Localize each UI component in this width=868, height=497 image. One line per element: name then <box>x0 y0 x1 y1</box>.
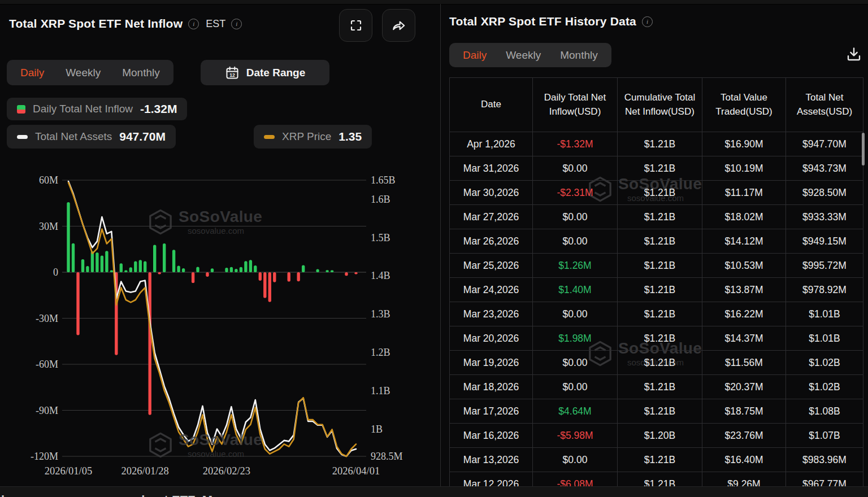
svg-text:-30M: -30M <box>36 313 58 324</box>
table-cell: $1.21B <box>618 326 702 351</box>
table-cell: -$1.32M <box>533 132 618 156</box>
calendar-icon: 12 <box>225 66 240 80</box>
table-cell: $1.20B <box>618 424 702 448</box>
table-cell: Mar 30,2026 <box>450 181 533 205</box>
history-table: DateDaily Total Net Inflow(USD)Cumulativ… <box>449 77 863 496</box>
svg-text:2026/02/23: 2026/02/23 <box>203 465 250 477</box>
table-row: Mar 17,2026$4.64M$1.21B$18.75M$1.08B <box>450 399 863 424</box>
table-cell: $1.21B <box>618 302 702 326</box>
inflow-chart[interactable]: 60M30M0-30M-60M-90M-120M1.65B1.6B1.5B1.4… <box>0 163 440 491</box>
bar-series-icon <box>17 105 25 114</box>
table-row: Mar 27,2026$0.00$1.21B$18.02M$933.33M <box>450 205 863 229</box>
share-button[interactable] <box>382 9 415 42</box>
table-cell: -$2.31M <box>533 181 618 205</box>
table-cell: $0.00 <box>533 351 618 375</box>
table-cell: $1.40M <box>533 278 618 302</box>
svg-text:1.3B: 1.3B <box>371 308 390 320</box>
share-icon <box>392 18 406 33</box>
table-row: Mar 26,2026$0.00$1.21B$14.12M$949.15M <box>450 229 863 254</box>
legend-xrp-price[interactable]: XRP Price 1.35 <box>254 125 372 149</box>
table-cell: $0.00 <box>533 229 618 254</box>
table-cell: $18.02M <box>702 205 786 229</box>
table-cell: $1.02B <box>786 351 863 375</box>
table-cell: $4.64M <box>533 399 618 424</box>
table-cell: $0.00 <box>533 156 618 181</box>
table-row: Mar 18,2026$0.00$1.21B$20.37M$1.02B <box>450 375 863 399</box>
table-cell: $20.37M <box>702 375 786 399</box>
table-cell: Mar 25,2026 <box>450 254 533 278</box>
fullscreen-icon <box>349 19 363 32</box>
tab-daily[interactable]: Daily <box>20 67 44 79</box>
table-panel-title: Total XRP Spot ETF History Data <box>449 15 636 28</box>
date-range-button[interactable]: 12 Date Range <box>201 60 329 85</box>
table-cell: $11.56M <box>702 351 786 375</box>
table-cell: $23.76M <box>702 424 786 448</box>
tab-weekly[interactable]: Weekly <box>66 67 101 79</box>
svg-text:2026/01/05: 2026/01/05 <box>45 465 92 477</box>
table-cell: Mar 23,2026 <box>450 302 533 326</box>
net-inflow-chart-panel: Total XRP Spot ETF Net Inflow i EST i Da… <box>0 4 440 497</box>
table-cell: $1.21B <box>618 278 702 302</box>
info-icon[interactable]: i <box>231 19 242 29</box>
table-cell: $1.21B <box>618 132 702 156</box>
date-range-label: Date Range <box>246 67 306 79</box>
assets-line-icon <box>17 135 28 139</box>
clipped-text-fragment: about ETF M <box>134 493 212 497</box>
column-header: Total Value Traded(USD) <box>702 78 786 132</box>
table-cell: $933.33M <box>786 205 863 229</box>
etf-dashboard: Total XRP Spot ETF Net Inflow i EST i Da… <box>0 0 868 497</box>
tab-monthly[interactable]: Monthly <box>122 67 160 79</box>
table-cell: $1.21B <box>618 156 702 181</box>
column-header: Total Net Assets(USD) <box>786 78 863 132</box>
legend-label: Daily Total Net Inflow <box>33 103 133 115</box>
legend-label: Total Net Assets <box>35 130 112 143</box>
info-icon[interactable]: i <box>188 19 199 29</box>
svg-text:928.5M: 928.5M <box>371 451 403 462</box>
fullscreen-button[interactable] <box>339 9 372 42</box>
table-row: Mar 30,2026-$2.31M$1.21B$11.17M$928.50M <box>450 181 863 205</box>
legend-daily-net-inflow[interactable]: Daily Total Net Inflow -1.32M <box>7 98 187 120</box>
table-cell: $978.92M <box>786 278 863 302</box>
table-cell: Mar 24,2026 <box>450 278 533 302</box>
table-cell: $983.96M <box>786 448 863 472</box>
svg-text:1.6B: 1.6B <box>371 194 390 205</box>
table-cell: $947.70M <box>786 132 863 156</box>
table-cell: $13.87M <box>702 278 786 302</box>
table-cell: Mar 31,2026 <box>450 156 533 181</box>
table-cell: $949.15M <box>786 229 863 254</box>
tab-daily[interactable]: Daily <box>463 49 487 62</box>
price-line-icon <box>264 135 275 139</box>
table-scrollbar-thumb[interactable] <box>862 133 865 165</box>
table-cell: $1.21B <box>618 399 702 424</box>
svg-text:1B: 1B <box>371 424 383 435</box>
legend-total-net-assets[interactable]: Total Net Assets 947.70M <box>7 125 176 149</box>
table-cell: $10.53M <box>702 254 786 278</box>
table-row: Mar 16,2026-$5.98M$1.20B$23.76M$1.07B <box>450 424 863 448</box>
svg-text:1.5B: 1.5B <box>371 232 390 243</box>
svg-text:60M: 60M <box>39 175 58 186</box>
svg-text:2026/04/01: 2026/04/01 <box>332 465 380 477</box>
table-cell: $1.08B <box>786 399 863 424</box>
tab-monthly[interactable]: Monthly <box>560 49 598 62</box>
column-header: Date <box>450 78 533 132</box>
table-cell: $1.21B <box>618 448 702 472</box>
svg-text:1.2B: 1.2B <box>371 347 390 358</box>
download-button[interactable] <box>843 43 865 65</box>
table-cell: Mar 27,2026 <box>450 205 533 229</box>
legend-label: XRP Price <box>282 130 331 143</box>
table-cell: $0.00 <box>533 448 618 472</box>
table-cell: $995.72M <box>786 254 863 278</box>
legend-value: 947.70M <box>119 130 166 143</box>
tab-weekly[interactable]: Weekly <box>506 49 541 62</box>
table-cell: Mar 13,2026 <box>450 448 533 472</box>
bottom-clipped-strip: l about ETF M <box>0 486 868 497</box>
table-cell: $928.50M <box>786 181 863 205</box>
table-cell: $16.40M <box>702 448 786 472</box>
table-cell: $0.00 <box>533 375 618 399</box>
table-cell: -$5.98M <box>533 424 618 448</box>
table-row: Mar 23,2026$0.00$1.21B$16.22M$1.01B <box>450 302 863 326</box>
info-icon[interactable]: i <box>642 16 653 27</box>
table-row: Apr 1,2026-$1.32M$1.21B$16.90M$947.70M <box>450 132 863 156</box>
table-cell: Apr 1,2026 <box>450 132 533 156</box>
table-cell: Mar 18,2026 <box>450 375 533 399</box>
